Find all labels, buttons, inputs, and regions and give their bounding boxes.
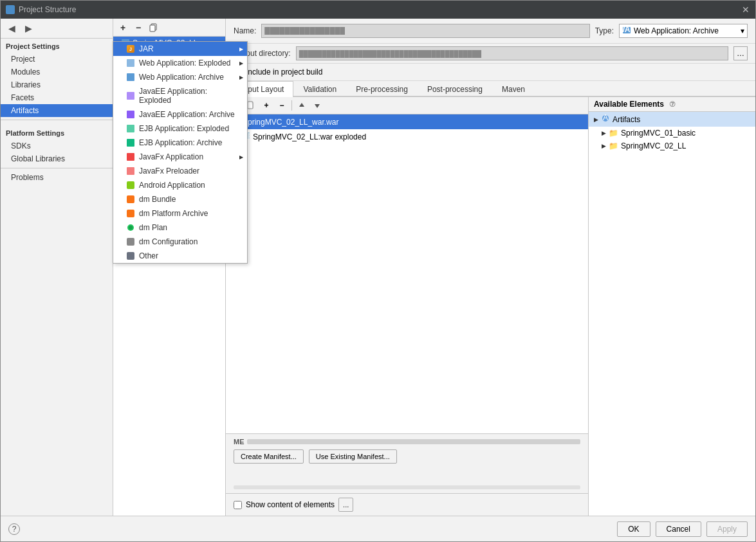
- dropdown-item-fx-preloader[interactable]: JavaFx Preloader: [113, 164, 247, 178]
- folder-icon-1: 📁: [609, 129, 618, 138]
- close-button[interactable]: ✕: [741, 5, 750, 14]
- tab-maven[interactable]: Maven: [492, 81, 535, 97]
- elements-artifacts-label: Artifacts: [613, 115, 640, 124]
- apply-button[interactable]: Apply: [706, 521, 748, 537]
- dropdown-item-fx-app[interactable]: JavaFx Application: [113, 150, 247, 164]
- web-exploded-icon: [126, 59, 135, 68]
- svg-point-14: [129, 226, 133, 230]
- use-existing-manifest-button[interactable]: Use Existing Manifest...: [309, 449, 397, 464]
- available-elements-header: Available Elements ⑦: [589, 97, 755, 112]
- copy-button[interactable]: [147, 21, 161, 35]
- artifact-exploded-item[interactable]: exp SpringMVC_02_LL:war exploded: [226, 129, 588, 144]
- content-split: + −: [226, 97, 755, 516]
- sidebar-item-artifacts[interactable]: Artifacts: [1, 104, 113, 117]
- svg-rect-1: [150, 25, 155, 32]
- tab-post-processing[interactable]: Post-processing: [418, 81, 492, 97]
- elements-springmvc02-item[interactable]: ▶ 📁 SpringMVC_02_LL: [589, 140, 755, 152]
- dropdown-item-jar[interactable]: J JAR: [113, 42, 247, 56]
- available-elements-label: Available Elements: [594, 100, 664, 109]
- dm-bundle-icon: [126, 195, 135, 204]
- dropdown-item-dm-bundle[interactable]: dm Bundle: [113, 192, 247, 206]
- fx-app-icon: [126, 152, 135, 161]
- content-toolbar: + −: [226, 97, 588, 114]
- output-dir-blurred: ████████████████████████████████████████: [299, 50, 481, 57]
- show-content-more-button[interactable]: ...: [338, 498, 353, 512]
- content-add-btn[interactable]: +: [259, 98, 273, 113]
- title-bar: Project Structure ✕: [1, 1, 755, 19]
- elements-springmvc02-label: SpringMVC_02_LL: [621, 141, 686, 150]
- manifest-buttons: Create Manifest... Use Existing Manifest…: [234, 449, 580, 464]
- sidebar-item-problems[interactable]: Problems: [1, 171, 113, 184]
- dropdown-item-jee-archive[interactable]: JavaEE Application: Archive: [113, 107, 247, 122]
- output-dir-row: Output directory: ██████████████████████…: [226, 44, 755, 64]
- tab-validation[interactable]: Validation: [293, 81, 346, 97]
- springmvc02-expand-arrow: ▶: [602, 143, 606, 149]
- dropdown-item-dm-platform[interactable]: dm Platform Archive: [113, 206, 247, 221]
- dropdown-item-jee-exploded[interactable]: JavaEE Application: Exploded: [113, 84, 247, 107]
- other-icon: [126, 251, 135, 260]
- content-tree: WAR SpringMVC_02_LL_war.war: [226, 114, 588, 433]
- dropdown-item-ejb-archive[interactable]: EJB Application: Archive: [113, 136, 247, 150]
- dropdown-item-web-archive[interactable]: Web Application: Archive: [113, 70, 247, 84]
- sidebar-item-project[interactable]: Project: [1, 53, 113, 66]
- dm-platform-icon: [126, 209, 135, 218]
- svg-marker-6: [315, 104, 320, 108]
- dropdown-item-ejb-exploded[interactable]: EJB Application: Exploded: [113, 122, 247, 136]
- type-value: Web Application: Archive: [634, 26, 719, 35]
- show-content-row: Show content of elements ...: [226, 493, 588, 516]
- type-select[interactable]: WAR Web Application: Archive ▾: [619, 24, 748, 38]
- ok-button[interactable]: OK: [617, 521, 650, 537]
- android-icon: [126, 181, 135, 190]
- type-label: Type:: [595, 26, 614, 35]
- forward-button[interactable]: ▶: [21, 21, 35, 35]
- available-elements-help[interactable]: ⑦: [669, 100, 676, 109]
- sidebar-item-global-libraries[interactable]: Global Libraries: [1, 152, 113, 165]
- elements-artifacts-item[interactable]: ▶ A Artifacts: [589, 112, 755, 127]
- sidebar-item-modules[interactable]: Modules: [1, 66, 113, 78]
- dm-plan-icon: [126, 223, 135, 232]
- sidebar-item-libraries[interactable]: Libraries: [1, 78, 113, 91]
- tab-pre-processing[interactable]: Pre-processing: [346, 81, 418, 97]
- include-in-project-build-label[interactable]: Include in project build: [246, 68, 322, 77]
- add-button[interactable]: +: [116, 21, 130, 35]
- artifacts-expand-arrow: ▶: [594, 116, 598, 123]
- jee-archive-icon: [126, 110, 135, 119]
- elements-springmvc01-item[interactable]: ▶ 📁 SpringMVC_01_basic: [589, 127, 755, 140]
- right-area: Name: ████████████████ Type: WAR Web App…: [226, 19, 755, 516]
- create-manifest-button[interactable]: Create Manifest...: [234, 449, 304, 464]
- content-left: + −: [226, 97, 588, 516]
- elements-springmvc01-label: SpringMVC_01_basic: [621, 129, 696, 138]
- help-button[interactable]: ?: [8, 523, 20, 535]
- available-elements-tree: ▶ A Artifacts: [589, 112, 755, 516]
- content-down-btn[interactable]: [310, 98, 324, 113]
- app-icon: [6, 5, 15, 14]
- content-remove-btn[interactable]: −: [275, 98, 289, 113]
- dropdown-item-web-exploded[interactable]: Web Application: Exploded: [113, 56, 247, 70]
- include-checkbox-row: Include in project build: [226, 64, 755, 81]
- name-label: Name:: [234, 26, 256, 35]
- sidebar-item-facets[interactable]: Facets: [1, 91, 113, 104]
- dropdown-item-dm-config[interactable]: dm Configuration: [113, 235, 247, 249]
- show-content-checkbox[interactable]: [234, 501, 242, 509]
- manifest-scrollbar[interactable]: [234, 485, 580, 489]
- content-right-panel: Available Elements ⑦ ▶ A: [588, 97, 755, 516]
- content-up-btn[interactable]: [295, 98, 309, 113]
- toolbar-separator: [291, 100, 292, 111]
- sidebar-separator-2: [1, 168, 113, 168]
- svg-text:A: A: [603, 114, 608, 122]
- manifest-spacer: [234, 464, 580, 483]
- back-button[interactable]: ◀: [5, 21, 19, 35]
- left-panel-toolbar: + −: [113, 19, 225, 37]
- output-dir-browse-button[interactable]: …: [733, 46, 748, 60]
- dropdown-item-android[interactable]: Android Application: [113, 178, 247, 192]
- sidebar-item-sdks[interactable]: SDKs: [1, 140, 113, 152]
- artifact-war-item[interactable]: WAR SpringMVC_02_LL_war.war: [226, 114, 588, 129]
- remove-button[interactable]: −: [131, 21, 145, 35]
- dropdown-item-other[interactable]: Other: [113, 249, 247, 263]
- dropdown-item-dm-plan[interactable]: dm Plan: [113, 221, 247, 235]
- springmvc01-expand-arrow: ▶: [602, 130, 606, 136]
- show-content-label[interactable]: Show content of elements: [246, 500, 335, 509]
- platform-settings-header: Platform Settings: [1, 125, 113, 140]
- window-title: Project Structure: [19, 5, 76, 14]
- cancel-button[interactable]: Cancel: [656, 521, 701, 537]
